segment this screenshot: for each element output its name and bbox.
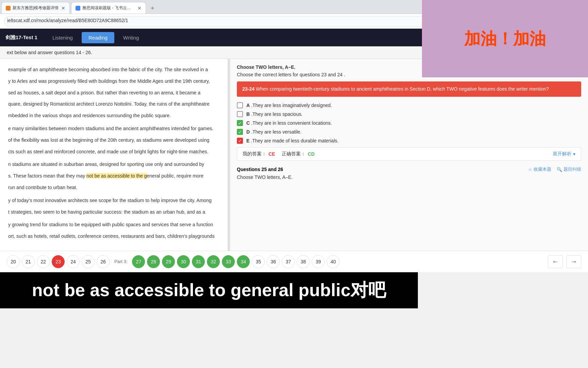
num-label-22: 22	[40, 259, 46, 264]
report-label: 题目纠错	[564, 166, 581, 172]
questions-25-26-section: Questions 25 and 26 ☆ 收藏本题 🔍 题目纠错 Choose…	[237, 166, 581, 180]
next-arrow-button[interactable]: →	[566, 255, 581, 268]
question-actions: ☆ 收藏本题 🔍 题目纠错	[528, 166, 581, 172]
option-B-checkbox[interactable]	[237, 111, 243, 117]
questions-25-26-label: Questions 25 and 26	[237, 167, 283, 172]
num-btn-39[interactable]: 39	[312, 255, 325, 268]
option-C-content: They are in less convenient locations.	[252, 120, 332, 126]
text-block-1: example of an amphitheatre becoming abso…	[8, 66, 219, 74]
num-btn-34[interactable]: 34	[237, 255, 250, 268]
report-button[interactable]: 🔍 题目纠错	[557, 166, 581, 172]
collect-label: 收藏本题	[534, 166, 551, 172]
option-D-row[interactable]: ✓ D . They are less versatile.	[237, 129, 581, 135]
text-line-4: quare, designed by Romanticist architect…	[8, 101, 210, 107]
num-btn-24[interactable]: 24	[67, 255, 80, 268]
text-line-7: of the flexibility was lost at the begin…	[8, 137, 209, 143]
writing-button[interactable]: Writing	[116, 32, 146, 43]
tab-close-1[interactable]: ✕	[61, 5, 65, 11]
num-btn-29[interactable]: 29	[162, 255, 175, 268]
num-label-25: 25	[85, 259, 91, 264]
tab-active[interactable]: 雅思阅读刷题版 - 飞书云文档 ✕	[71, 2, 146, 14]
my-answer-label: 我的答案：	[243, 151, 266, 157]
expand-button[interactable]: 展开解析 ▾	[553, 151, 575, 157]
text-line-13: t strategies, two seem to be having part…	[8, 209, 205, 215]
option-C-text: C	[246, 120, 250, 126]
reading-button[interactable]: Reading	[82, 32, 114, 43]
tab-label-2: 雅思阅读刷题版 - 飞书云文档	[82, 5, 135, 11]
text-block-6: e many similarities between modern stadi…	[8, 125, 219, 133]
text-block-12: y of today's most innovative architects …	[8, 197, 219, 205]
text-block-3: sed as houses, a salt depot and a prison…	[8, 89, 219, 97]
option-D-checkbox[interactable]: ✓	[237, 129, 243, 135]
num-label-34: 34	[241, 259, 246, 264]
num-btn-40[interactable]: 40	[327, 255, 340, 268]
option-D-content: They are less versatile.	[252, 129, 301, 135]
prev-arrow-button[interactable]: ←	[548, 255, 563, 268]
num-label-38: 38	[301, 259, 306, 264]
num-btn-38[interactable]: 38	[297, 255, 310, 268]
option-A-checkbox[interactable]	[237, 102, 243, 108]
text-block-5: mbedded in the various shops and residen…	[8, 112, 219, 120]
main-content: example of an amphitheatre becoming abso…	[0, 59, 588, 251]
num-btn-26[interactable]: 26	[97, 255, 110, 268]
option-A-content: They are less imaginatively designed.	[252, 103, 332, 108]
choose-label-25-26: Choose TWO letters, A–E.	[237, 174, 581, 180]
tab-inactive[interactable]: 新东方雅思|模考做题详情 ✕	[1, 2, 70, 14]
num-label-37: 37	[286, 259, 291, 264]
text-block-2: y to Arles and was progressively filled …	[8, 77, 219, 86]
listening-button[interactable]: Listening	[46, 32, 80, 43]
num-label-31: 31	[196, 259, 201, 264]
text-line-2: y to Arles and was progressively filled …	[8, 78, 210, 84]
new-tab-button[interactable]: ＋	[147, 3, 158, 13]
num-btn-20[interactable]: 20	[7, 255, 20, 268]
text-block-7: of the flexibility was lost at the begin…	[8, 136, 219, 144]
num-btn-28[interactable]: 28	[147, 255, 160, 268]
num-label-26: 26	[100, 259, 106, 264]
num-btn-22[interactable]: 22	[37, 255, 50, 268]
text-block-11: run and contribute to urban heat.	[8, 184, 219, 192]
option-B-text: B	[246, 111, 250, 117]
text-block-15: ort, such as hotels, retail outlets, con…	[8, 232, 219, 241]
num-label-36: 36	[271, 259, 276, 264]
num-btn-31[interactable]: 31	[192, 255, 205, 268]
text-block-8: cts such as steel and reinforced concret…	[8, 148, 219, 156]
option-E-content: They are made of less durable materials.	[252, 138, 339, 143]
num-btn-33[interactable]: 33	[222, 255, 235, 268]
option-A-row[interactable]: A . They are less imaginatively designed…	[237, 102, 581, 108]
option-C-checkbox[interactable]: ✓	[237, 120, 243, 126]
num-btn-30[interactable]: 30	[177, 255, 190, 268]
num-btn-23[interactable]: 23	[52, 255, 65, 268]
option-C-row[interactable]: ✓ C . They are in less convenient locati…	[237, 120, 581, 126]
num-btn-32[interactable]: 32	[207, 255, 220, 268]
num-btn-35[interactable]: 35	[252, 255, 265, 268]
text-line-14: y growing trend for stadiums to be equip…	[8, 222, 213, 227]
app-title: 剑雅17-Test 1	[5, 34, 37, 41]
num-label-29: 29	[166, 259, 172, 264]
text-block-13: t strategies, two seem to be having part…	[8, 208, 219, 216]
question-box-23-24: 23-24 When comparing twentieth-century s…	[237, 81, 581, 97]
num-btn-37[interactable]: 37	[282, 255, 295, 268]
collect-button[interactable]: ☆ 收藏本题	[528, 166, 551, 172]
num-btn-25[interactable]: 25	[82, 255, 95, 268]
num-btn-36[interactable]: 36	[267, 255, 280, 268]
text-line-3: sed as houses, a salt depot and a prison…	[8, 90, 200, 95]
text-line-10b: eneral public, require more	[147, 173, 204, 179]
tab-close-2[interactable]: ✕	[137, 5, 142, 11]
option-E-checkbox[interactable]: ✓	[237, 138, 243, 144]
num-btn-21[interactable]: 21	[22, 255, 35, 268]
highlighted-text: not be as accessible to the g	[86, 173, 147, 179]
tab-favicon-1	[6, 6, 11, 11]
right-panel: Choose TWO letters, A–E. Choose the corr…	[230, 59, 588, 251]
text-block-4: quare, designed by Romanticist architect…	[8, 100, 219, 108]
part3-label: Part 3:	[114, 259, 127, 264]
option-E-row[interactable]: ✓ E . They are made of less durable mate…	[237, 138, 581, 144]
option-B-row[interactable]: B . They are less spacious.	[237, 111, 581, 117]
num-btn-27[interactable]: 27	[132, 255, 145, 268]
option-B-content: They are less spacious.	[252, 111, 303, 117]
correct-answer-value: CD	[308, 151, 314, 157]
video-overlay: 加油！加油	[422, 0, 588, 77]
text-line-15: ort, such as hotels, retail outlets, con…	[8, 233, 215, 239]
num-label-39: 39	[316, 259, 321, 264]
correct-answer-label: 正确答案：	[282, 151, 306, 157]
text-line-1: example of an amphitheatre becoming abso…	[8, 67, 208, 72]
